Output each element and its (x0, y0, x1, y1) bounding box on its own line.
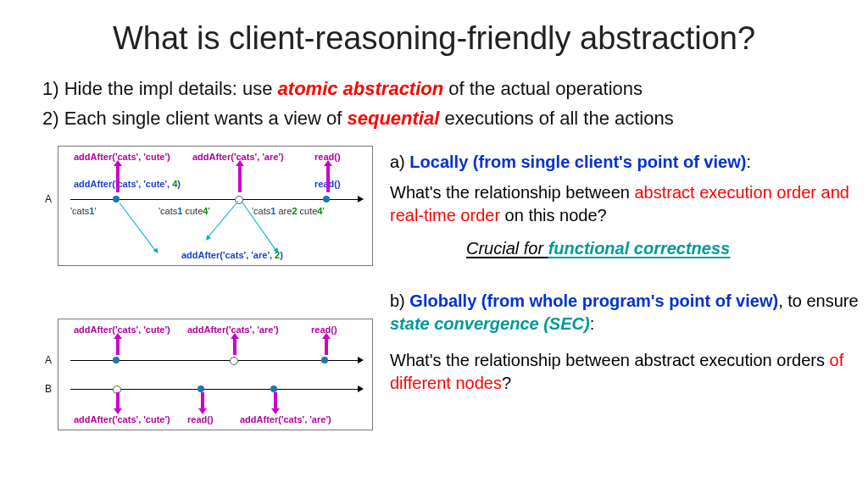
row-a-label-d2: A (42, 354, 54, 366)
bullet2-emph: sequential (348, 108, 440, 129)
op2b-are: addAfter('cats', 'are') (240, 414, 331, 424)
bullet2-suffix: executions of all the actions (439, 108, 673, 129)
arrow-down-icon-b1 (116, 392, 120, 409)
state-1: 'cats1' (70, 206, 97, 216)
section-b-q: What's the relationship between abstract… (390, 349, 865, 395)
arrow-up-icon-a2 (233, 338, 236, 355)
arrow-down-icon-b3 (274, 392, 277, 409)
section-a-q: What's the relationship between abstract… (390, 181, 865, 227)
crucial-pre: Crucial for (466, 239, 548, 258)
b-mid: , to ensure (778, 291, 859, 310)
flow-arrow-icon-1 (120, 202, 156, 251)
dot-3 (323, 196, 330, 202)
dot-1 (113, 196, 120, 202)
op-addafter-are-id: addAfter('cats', 'are', 2) (181, 250, 283, 260)
slide: What is client-reasoning-friendly abstra… (0, 0, 868, 488)
bullet2-prefix: 2) Each single client wants a view of (42, 108, 348, 129)
dotA2-open (230, 357, 238, 365)
dotB3 (270, 385, 277, 392)
a-q-pre: What's the relationship between (390, 183, 634, 202)
crucial-em: functional correctness (548, 239, 731, 258)
dotB2 (198, 385, 204, 392)
b-head: Globally (from whole program's point of … (409, 291, 778, 310)
section-a-crucial: Crucial for functional correctness (466, 237, 868, 260)
b-colon: : (590, 314, 595, 333)
op-addafter-cute-id: addAfter('cats', 'cute', 4) (74, 179, 181, 189)
b-lead: b) (390, 291, 409, 310)
bullet-2: 2) Each single client wants a view of se… (42, 106, 674, 131)
a-q-suf: on this node? (500, 206, 607, 225)
op2b-read: read() (187, 414, 214, 424)
bullet1-suffix: of the actual operations (443, 78, 643, 99)
bullet-1: 1) Hide the impl details: use atomic abs… (42, 76, 643, 102)
section-b: b) Globally (from whole program's point … (390, 290, 865, 336)
dotA3 (321, 357, 328, 363)
state-2: 'cats1 cute4' (159, 206, 210, 216)
arrow-down-icon-b2 (201, 392, 204, 409)
row-a-label-d1: A (42, 193, 54, 205)
op2b-cute: addAfter('cats', 'cute') (74, 414, 170, 424)
arrow-up-icon-a1 (116, 338, 120, 355)
arrow-up-icon-a3 (325, 338, 328, 355)
state-3: 'cats1 are2 cute4' (252, 206, 325, 216)
b-q-pre: What's the relationship between abstract… (390, 351, 830, 369)
flow-arrow-icon-2 (208, 201, 238, 237)
row-b-label-d2: B (42, 383, 54, 395)
a-colon: : (746, 152, 751, 171)
b-q-suf: ? (502, 374, 511, 392)
section-a: a) Locally (from single client's point o… (390, 151, 865, 174)
a-lead: a) (390, 152, 409, 171)
a-head: Locally (from single client's point of v… (409, 152, 746, 171)
arrow-up-icon-1 (116, 165, 120, 192)
diagram-ab: addAfter('cats', 'cute') addAfter('cats'… (58, 319, 373, 430)
dotA1 (113, 357, 120, 363)
arrow-up-icon-2 (238, 165, 242, 192)
diagram-a: addAfter('cats', 'cute') addAfter('cats'… (58, 146, 373, 266)
op-addafter-cute-id-pre: addAfter('cats', 'cute', (74, 179, 172, 189)
arrow-up-icon-3 (326, 165, 330, 192)
bullet1-emph: atomic abstraction (278, 78, 444, 99)
bullet1-prefix: 1) Hide the impl details: use (42, 78, 278, 99)
op-addafter-cute-id-suf: ) (177, 179, 181, 189)
b-sec: state convergence (SEC) (390, 314, 590, 333)
slide-title: What is client-reasoning-friendly abstra… (0, 20, 868, 57)
